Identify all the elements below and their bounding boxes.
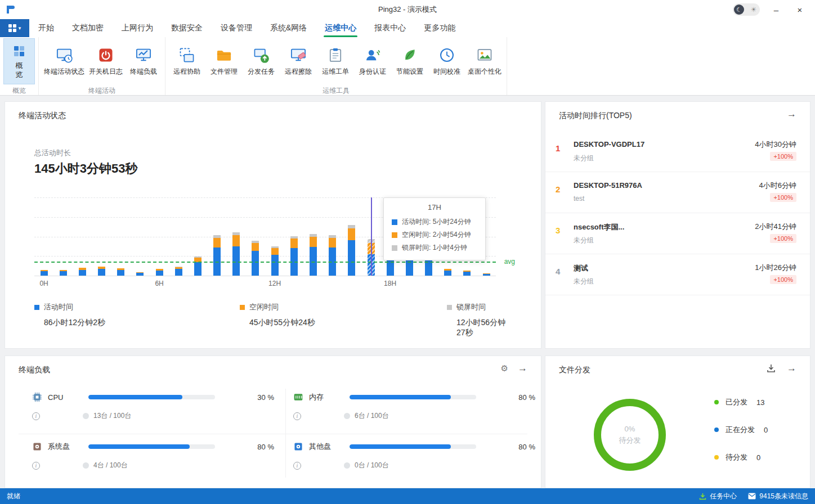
chart-tooltip: 17H 活动时间: 5小时24分钟 空闲时间: 2小时54分钟 锁屏时间: 1小… (383, 197, 486, 260)
arrow-right-icon[interactable]: → (787, 363, 796, 374)
moon-icon[interactable]: ☾ (734, 4, 744, 15)
power-log-button[interactable]: 开关机日志 (87, 38, 124, 84)
bar-3H[interactable] (98, 197, 105, 276)
system-disk-threshold-slider[interactable] (88, 444, 215, 449)
theme-toggle[interactable]: ☾ ☀ (733, 3, 760, 16)
identity-auth-button[interactable]: 身份认证 (355, 38, 391, 84)
bar-1H[interactable] (60, 197, 67, 276)
terminal-activity-status-button[interactable]: 终端活动状态 (42, 38, 86, 84)
legend-active-time: 活动时间 86小时12分钟2秒 (34, 302, 105, 328)
remote-erase-button[interactable]: 远程擦除 (280, 38, 316, 84)
gear-icon[interactable]: ⚙ (501, 363, 508, 374)
time-calibration-button[interactable]: 时间校准 (429, 38, 465, 84)
info-icon[interactable]: i (293, 462, 301, 470)
bar-segment (348, 240, 355, 276)
work-order-button[interactable]: 运维工单 (317, 38, 353, 84)
ranking-row[interactable]: 3 nsecsoft李国... 未分组 2小时41分钟 +100% (545, 213, 810, 254)
activity-ranking-panel: 活动时间排行(TOP5) → 1 DESKTOP-VGDPL17 未分组 4小时… (545, 101, 810, 349)
info-icon[interactable]: i (293, 412, 301, 420)
download-icon[interactable] (766, 363, 776, 376)
status-dot-icon (83, 462, 89, 469)
sun-icon[interactable]: ☀ (749, 4, 759, 15)
load-cell-memory: 内存 80 % i 6台 / 100台 (293, 391, 535, 430)
distribute-task-button[interactable]: 分发任务 (243, 38, 279, 84)
bar-14H[interactable] (310, 197, 317, 276)
ranking-row[interactable]: 4 测试 未分组 1小时26分钟 +100% (545, 254, 810, 295)
bar-15H[interactable] (329, 197, 336, 276)
tab-report-center[interactable]: 报表中心 (365, 19, 415, 37)
terminal-load-panel: 终端负载 ⚙ → CPU 30 % i 13台 / 100台 (5, 356, 541, 488)
remote-assist-icon (178, 47, 195, 64)
tab-ops-center[interactable]: 运维中心 (316, 19, 365, 37)
unread-messages-button[interactable]: 9415条未读信息 (748, 492, 808, 501)
bar-slot (227, 197, 246, 276)
bar-5H[interactable] (136, 197, 144, 276)
bar-slot (342, 197, 361, 276)
status-dot-icon (344, 462, 350, 469)
tab-more-features[interactable]: 更多功能 (415, 19, 464, 37)
x-axis-tick: 18H (384, 280, 396, 287)
tab-doc-encryption[interactable]: 文档加密 (63, 19, 113, 37)
bar-6H[interactable] (156, 197, 163, 276)
bar-segment (252, 251, 259, 276)
bar-slot (208, 197, 227, 276)
idle-time-swatch (240, 305, 245, 310)
desktop-personalize-button[interactable]: 桌面个性化 (466, 38, 503, 84)
bar-12H[interactable] (271, 197, 279, 276)
memory-threshold-slider[interactable] (350, 395, 476, 399)
bar-slot (284, 197, 303, 276)
bar-8H[interactable] (194, 197, 201, 276)
file-manage-button[interactable]: 文件管理 (206, 38, 242, 84)
bar-segment (194, 262, 201, 276)
ranking-row[interactable]: 2 DESKTOP-51R976A test 4小时6分钟 +100% (545, 172, 810, 213)
app-menu-button[interactable]: ▾ (0, 19, 29, 37)
legend-locked-time: 锁屏时间 12小时56分钟27秒 (447, 302, 507, 338)
bar-segment (483, 274, 490, 276)
bar-segment (117, 270, 124, 276)
minimize-button[interactable]: – (769, 5, 783, 15)
bar-segment (175, 269, 182, 276)
overview-button[interactable]: 概览 (3, 38, 35, 84)
terminal-load-button[interactable]: 终端负载 (126, 38, 162, 84)
ribbon-tabs: ▾ 开始 文档加密 上网行为 数据安全 设备管理 系统&网络 运维中心 报表中心… (0, 19, 815, 37)
ranking-row[interactable]: 1 DESKTOP-VGDPL17 未分组 4小时30分钟 +100% (545, 131, 810, 172)
task-center-button[interactable]: 任务中心 (699, 492, 737, 501)
bar-2H[interactable] (79, 197, 86, 276)
group-label-terminal-activity: 终端活动 (39, 86, 165, 96)
other-disk-threshold-slider[interactable] (350, 444, 476, 449)
bar-9H[interactable] (213, 197, 221, 276)
bar-13H[interactable] (290, 197, 298, 276)
remote-assist-button[interactable]: 远程协助 (169, 38, 205, 84)
bar-segment (79, 270, 86, 276)
arrow-right-icon[interactable]: → (518, 363, 527, 374)
panel-title: 文件分发 (559, 365, 590, 375)
terminal-activity-panel: 终端活动状态 总活动时长 145小时3分钟53秒 avg 17H 活动时间: 5… (5, 101, 541, 349)
bar-4H[interactable] (117, 197, 124, 276)
tab-web-behavior[interactable]: 上网行为 (113, 19, 162, 37)
bar-segment (41, 271, 48, 276)
tab-data-security[interactable]: 数据安全 (162, 19, 212, 37)
cpu-threshold-slider[interactable] (88, 395, 215, 399)
info-icon[interactable]: i (32, 462, 40, 470)
bar-11H[interactable] (252, 197, 259, 276)
energy-saving-button[interactable]: 节能设置 (392, 38, 428, 84)
cpu-icon (32, 392, 42, 402)
bar-segment (213, 238, 221, 248)
info-icon[interactable]: i (32, 412, 40, 420)
tab-system-network[interactable]: 系统&网络 (261, 19, 316, 37)
close-button[interactable]: × (792, 5, 807, 15)
tab-device-management[interactable]: 设备管理 (212, 19, 261, 37)
tooltip-row: 空闲时间: 2小时54分钟 (392, 228, 477, 241)
bar-16H[interactable] (348, 197, 355, 276)
bar-segment (252, 243, 259, 251)
bar-7H[interactable] (175, 197, 182, 276)
total-duration-value: 145小时3分钟53秒 (34, 160, 137, 177)
bar-10H[interactable] (232, 197, 240, 276)
arrow-right-icon[interactable]: → (787, 109, 796, 120)
other-disk-icon (293, 442, 303, 452)
active-time-swatch (392, 219, 397, 225)
bar-slot (53, 197, 73, 276)
tab-start[interactable]: 开始 (29, 19, 63, 37)
bar-0H[interactable] (41, 197, 48, 276)
bar-slot (188, 197, 207, 276)
